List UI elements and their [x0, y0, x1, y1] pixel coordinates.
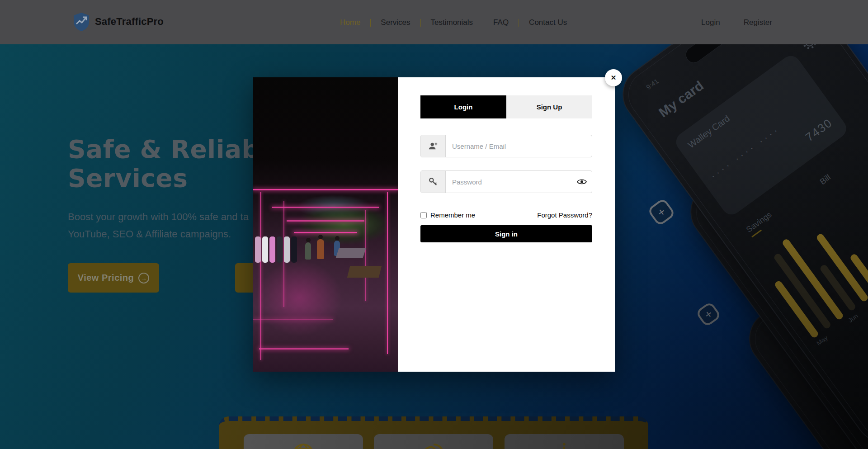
nav-separator — [370, 19, 371, 27]
login-link[interactable]: Login — [701, 18, 720, 27]
plus-badge-icon: + — [647, 198, 676, 227]
remember-row: Remember me Forgot Password? — [420, 211, 592, 219]
nav-item-home[interactable]: Home — [340, 18, 360, 27]
header: SafeTrafficPro Home Services Testimonial… — [0, 0, 868, 44]
register-link[interactable]: Register — [744, 18, 772, 27]
remember-checkbox[interactable] — [420, 212, 427, 218]
username-field-group — [420, 135, 592, 157]
arrow-circle-icon: → — [138, 273, 149, 284]
eye-icon — [577, 178, 587, 185]
nav-item-testimonials[interactable]: Testimonials — [431, 18, 473, 27]
analytics-icon — [552, 441, 577, 449]
globe-icon — [291, 441, 316, 449]
feature-card[interactable] — [374, 434, 493, 449]
wallet-card-name: Walley Card — [686, 113, 732, 150]
nav-item-services[interactable]: Services — [381, 18, 410, 27]
shield-logo-icon — [72, 12, 90, 32]
auth-links: Login Register — [701, 18, 772, 27]
card-last-digits: 7430 — [803, 116, 835, 145]
feature-card[interactable] — [244, 434, 363, 449]
feature-card[interactable] — [505, 434, 624, 449]
features-strip — [219, 416, 648, 449]
phone-screen-title: My card — [656, 78, 707, 120]
nav-item-contact[interactable]: Contact Us — [529, 18, 567, 27]
nav-item-faq[interactable]: FAQ — [493, 18, 509, 27]
plant-wall — [299, 205, 389, 244]
login-modal: Login Sign Up — [253, 77, 615, 372]
password-input[interactable] — [446, 171, 572, 193]
login-form: Login Sign Up — [398, 77, 615, 372]
password-field-group — [420, 170, 592, 193]
gear-icon — [799, 44, 820, 52]
plus-badge-icon: + — [695, 301, 722, 328]
bill-label: Bill — [818, 173, 833, 187]
main-nav: Home Services Testimonials FAQ Contact U… — [340, 18, 567, 27]
nav-separator — [519, 19, 519, 27]
page: SafeTrafficPro Home Services Testimonial… — [0, 0, 868, 449]
nav-separator — [483, 19, 483, 27]
close-icon[interactable]: ✕ — [605, 69, 622, 86]
swirl-icon — [421, 441, 446, 449]
person-silhouette — [317, 239, 324, 259]
auth-tabs: Login Sign Up — [420, 95, 592, 118]
toggle-password-visibility[interactable] — [572, 171, 592, 193]
brand-logo[interactable]: SafeTrafficPro — [72, 12, 164, 32]
tab-signup[interactable]: Sign Up — [506, 95, 592, 118]
key-icon — [421, 171, 446, 193]
username-input[interactable] — [446, 135, 592, 157]
tab-login[interactable]: Login — [420, 95, 506, 118]
person-silhouette — [305, 242, 311, 260]
phone-clock: 9:41 — [645, 77, 660, 91]
wallet-card: Walley Card ···· ···· ···· 7430 — [672, 52, 850, 218]
brand-name: SafeTrafficPro — [95, 16, 164, 28]
bell-icon — [770, 44, 789, 47]
add-user-icon — [421, 135, 446, 157]
sign-in-button[interactable]: Sign in — [420, 225, 592, 242]
remember-me[interactable]: Remember me — [420, 211, 475, 219]
modal-photo — [253, 77, 398, 372]
nav-separator — [420, 19, 421, 27]
savings-label: Savings — [745, 210, 776, 237]
forgot-password-link[interactable]: Forgot Password? — [537, 211, 592, 219]
phone-mockup-1: 9:41 My card Walley Card ···· ···· ···· … — [611, 44, 868, 449]
card-number-dots: ···· ···· ···· — [708, 123, 783, 182]
phone-notch — [683, 44, 741, 66]
view-pricing-button[interactable]: View Pricing → — [68, 263, 159, 293]
